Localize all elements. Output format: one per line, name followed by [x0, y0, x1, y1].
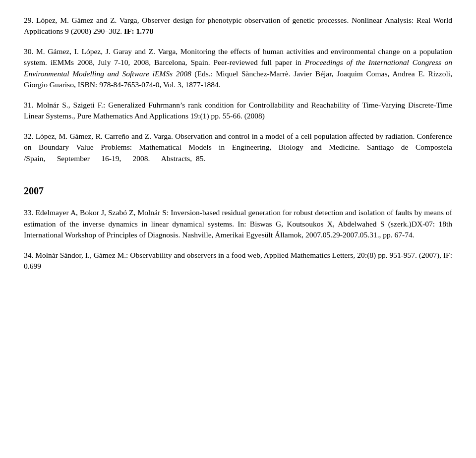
entry-33-content: Edelmayer A, Bokor J, Szabó Z, Molnár S:… — [24, 208, 452, 239]
entry-34-number: 34. — [24, 251, 33, 259]
entry-30-content: M. Gámez, I. López, J. Garay and Z. Varg… — [24, 47, 452, 89]
entry-29-number: 29. — [24, 16, 33, 24]
entry-29-content: López, M. Gámez and Z. Varga, Observer d… — [24, 16, 452, 35]
entry-32-number: 32. — [24, 132, 33, 140]
entry-33-number: 33. — [24, 208, 33, 217]
entry-29: 29. López, M. Gámez and Z. Varga, Observ… — [24, 15, 452, 37]
section-2007: 2007 33. Edelmayer A, Bokor J, Szabó Z, … — [24, 184, 452, 272]
entry-31: 31. Molnár S., Szigeti F.: Generalized F… — [24, 100, 452, 122]
entries-block-2008: 29. López, M. Gámez and Z. Varga, Observ… — [24, 15, 452, 164]
entry-31-content: Molnár S., Szigeti F.: Generalized Fuhrm… — [24, 101, 452, 120]
entry-32: 32. López, M. Gámez, R. Carreño and Z. V… — [24, 131, 452, 164]
entry-33: 33. Edelmayer A, Bokor J, Szabó Z, Molná… — [24, 207, 452, 240]
entry-34: 34. Molnár Sándor, I., Gámez M.: Observa… — [24, 250, 452, 272]
entry-30-number: 30. — [24, 47, 33, 56]
entry-34-content: Molnár Sándor, I., Gámez M.: Observabili… — [24, 251, 452, 270]
entries-block-2007: 33. Edelmayer A, Bokor J, Szabó Z, Molná… — [24, 207, 452, 272]
entry-31-number: 31. — [24, 101, 33, 109]
entry-30: 30. M. Gámez, I. López, J. Garay and Z. … — [24, 46, 452, 91]
year-2007-heading: 2007 — [24, 184, 452, 198]
entry-29-text: 29. López, M. Gámez and Z. Varga, Observ… — [24, 16, 452, 35]
main-content: 29. López, M. Gámez and Z. Varga, Observ… — [24, 15, 452, 272]
entry-32-content: López, M. Gámez, R. Carreño and Z. Varga… — [24, 132, 452, 163]
